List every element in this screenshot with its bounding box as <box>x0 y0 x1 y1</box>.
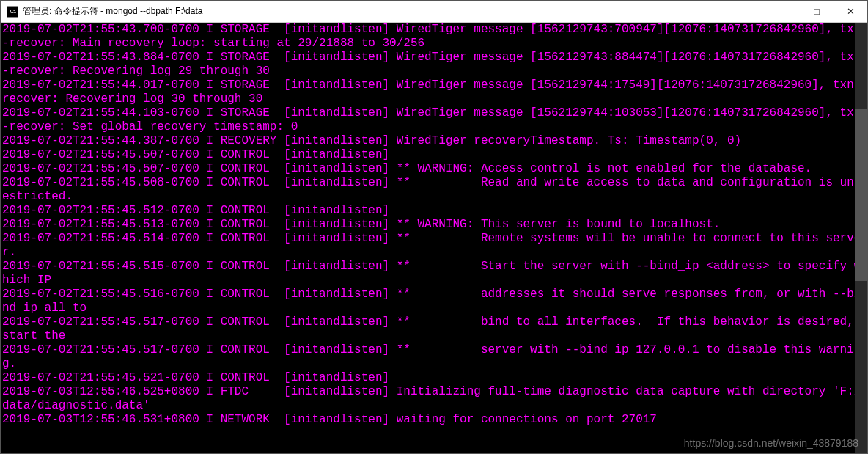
minimize-button[interactable]: — <box>766 1 800 22</box>
log-line: 2019-07-02T21:55:45.507-0700 I CONTROL [… <box>2 162 866 176</box>
log-line: 2019-07-02T21:55:43.884-0700 I STORAGE [… <box>2 51 866 78</box>
log-line: 2019-07-02T21:55:44.103-0700 I STORAGE [… <box>2 106 866 134</box>
log-line: 2019-07-02T21:55:43.700-0700 I STORAGE [… <box>2 23 866 51</box>
log-line: 2019-07-02T21:55:45.508-0700 I CONTROL [… <box>2 176 866 204</box>
log-line: 2019-07-02T21:55:45.517-0700 I CONTROL [… <box>2 315 866 343</box>
cmd-window: C:\ 管理员: 命令提示符 - mongod --dbpath F:\data… <box>0 0 868 454</box>
terminal-area[interactable]: 2019-07-02T21:55:43.700-0700 I STORAGE [… <box>1 23 867 453</box>
app-icon: C:\ <box>7 6 18 18</box>
log-line: 2019-07-03T12:55:46.525+0800 I FTDC [ini… <box>2 385 866 413</box>
titlebar[interactable]: C:\ 管理员: 命令提示符 - mongod --dbpath F:\data… <box>1 1 867 23</box>
vertical-scrollbar[interactable] <box>855 23 867 453</box>
log-line: 2019-07-02T21:55:44.017-0700 I STORAGE [… <box>2 78 866 106</box>
maximize-button[interactable]: □ <box>800 1 834 22</box>
close-button[interactable]: ✕ <box>834 1 867 22</box>
window-title: 管理员: 命令提示符 - mongod --dbpath F:\data <box>23 5 766 18</box>
terminal-output: 2019-07-02T21:55:43.700-0700 I STORAGE [… <box>1 23 867 427</box>
log-line: 2019-07-02T21:55:44.387-0700 I RECOVERY … <box>2 134 866 148</box>
log-line: 2019-07-02T21:55:45.507-0700 I CONTROL [… <box>2 148 866 162</box>
watermark-text: https://blog.csdn.net/weixin_43879188 <box>684 437 858 449</box>
scrollbar-thumb[interactable] <box>855 109 867 281</box>
window-controls: — □ ✕ <box>766 1 867 22</box>
log-line: 2019-07-02T21:55:45.514-0700 I CONTROL [… <box>2 232 866 260</box>
log-line: 2019-07-02T21:55:45.521-0700 I CONTROL [… <box>2 371 866 385</box>
log-line: 2019-07-02T21:55:45.517-0700 I CONTROL [… <box>2 343 866 371</box>
log-line: 2019-07-02T21:55:45.513-0700 I CONTROL [… <box>2 218 866 232</box>
log-line: 2019-07-03T12:55:46.531+0800 I NETWORK [… <box>2 413 866 427</box>
log-line: 2019-07-02T21:55:45.516-0700 I CONTROL [… <box>2 288 866 315</box>
log-line: 2019-07-02T21:55:45.515-0700 I CONTROL [… <box>2 260 866 288</box>
log-line: 2019-07-02T21:55:45.512-0700 I CONTROL [… <box>2 204 866 218</box>
